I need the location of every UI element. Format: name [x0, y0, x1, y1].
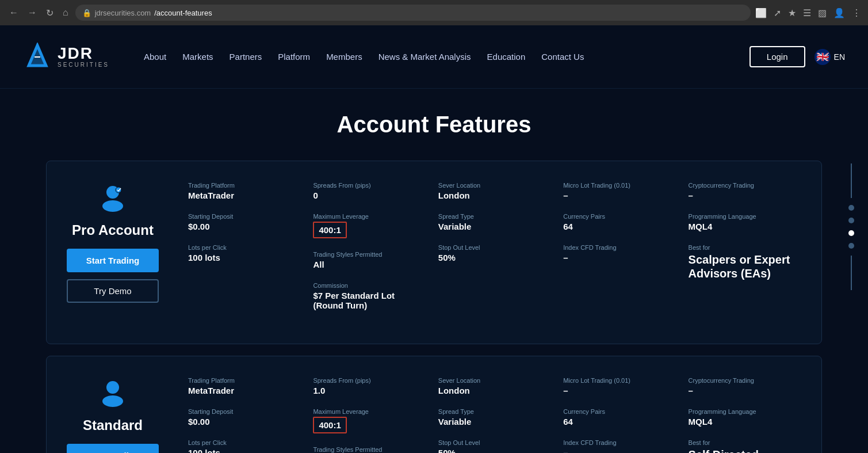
nav-news[interactable]: News & Market Analysis	[378, 52, 471, 62]
pro-best-for-value: Scalpers or Expert Advisors (EAs)	[689, 253, 795, 280]
pro-features-grid: Trading Platform MetaTrader Starting Dep…	[179, 182, 804, 323]
feature-item: Index CFD Trading –	[563, 244, 670, 262]
feature-item: Spreads From (pips) 1.0	[313, 377, 419, 395]
url-path: /account-features	[154, 9, 212, 17]
language-label: EN	[834, 52, 845, 62]
feature-item: Starting Deposit $0.00	[188, 408, 295, 427]
feature-item: Spread Type Variable	[438, 408, 545, 427]
nav-contact[interactable]: Contact Us	[541, 52, 584, 62]
feature-item: Currency Pairs 64	[563, 408, 670, 427]
feature-item: Lots per Click 100 lots	[188, 244, 295, 262]
login-button[interactable]: Login	[750, 46, 805, 67]
feature-item: Trading Styles Permitted All	[313, 446, 419, 453]
pro-feature-col-4: Micro Lot Trading (0.01) – Currency Pair…	[554, 182, 679, 323]
pro-feature-col-1: Trading Platform MetaTrader Starting Dep…	[179, 182, 304, 323]
extensions-icon[interactable]: ☰	[803, 7, 811, 18]
nav-members[interactable]: Members	[326, 52, 362, 62]
feature-item: Trading Platform MetaTrader	[188, 377, 295, 395]
split-view-icon[interactable]: ▨	[818, 7, 827, 18]
feature-item: Spread Type Variable	[438, 213, 545, 231]
standard-feature-col-2: Spreads From (pips) 1.0 Maximum Leverage…	[304, 377, 429, 453]
pro-feature-col-5: Cryptocurrency Trading – Programming Lan…	[679, 182, 804, 323]
logo-jdr: JDR	[58, 45, 109, 62]
svg-point-6	[106, 381, 119, 394]
bookmark-icon[interactable]: ★	[788, 7, 796, 18]
url-domain: jdrsecurities.com	[95, 9, 151, 17]
page-title: Account Features	[46, 112, 822, 138]
pro-max-leverage-item: Maximum Leverage 400:1	[313, 213, 419, 238]
feature-item: Programming Language MQL4	[689, 213, 795, 231]
standard-account-icon	[97, 377, 129, 412]
nav-education[interactable]: Education	[487, 52, 526, 62]
standard-max-leverage-value: 400:1	[313, 417, 346, 433]
standard-start-trading-button[interactable]: Start Trading	[67, 444, 159, 453]
standard-feature-col-3: Sever Location London Spread Type Variab…	[429, 377, 554, 453]
svg-point-7	[102, 395, 123, 407]
translate-icon[interactable]: ⬜	[755, 7, 767, 18]
standard-account-left: Standard Start Trading Try Demo	[64, 377, 179, 453]
feature-item: Currency Pairs 64	[563, 213, 670, 231]
pro-try-demo-button[interactable]: Try Demo	[67, 279, 159, 303]
feature-item: Micro Lot Trading (0.01) –	[563, 182, 670, 200]
standard-feature-col-1: Trading Platform MetaTrader Starting Dep…	[179, 377, 304, 453]
standard-best-for-item: Best for Self Directed Traders	[689, 439, 795, 453]
scroll-line-bottom	[851, 256, 852, 290]
feature-item: Commission $7 Per Standard Lot (Round Tu…	[313, 282, 419, 310]
svg-point-5	[116, 187, 121, 193]
pro-account-card: Pro Account Start Trading Try Demo Tradi…	[46, 161, 822, 344]
standard-max-leverage-item: Maximum Leverage 400:1	[313, 408, 419, 433]
nav-platform[interactable]: Platform	[278, 52, 310, 62]
standard-feature-col-4: Micro Lot Trading (0.01) – Currency Pair…	[554, 377, 679, 453]
standard-feature-col-5: Cryptocurrency Trading – Programming Lan…	[679, 377, 804, 453]
forward-button[interactable]: →	[25, 5, 39, 20]
nav-right: Login 🇬🇧 EN	[750, 46, 845, 67]
flag-icon: 🇬🇧	[815, 49, 831, 65]
nav-partners[interactable]: Partners	[230, 52, 262, 62]
nav-about[interactable]: About	[144, 52, 166, 62]
scroll-dots	[848, 163, 854, 290]
pro-feature-col-2: Spreads From (pips) 0 Maximum Leverage 4…	[304, 182, 429, 323]
logo-icon	[23, 43, 52, 71]
url-bar[interactable]: 🔒 jdrsecurities.com/account-features	[75, 5, 751, 21]
scroll-line-top	[851, 163, 852, 198]
scroll-dot-4[interactable]	[848, 243, 854, 249]
nav-markets[interactable]: Markets	[182, 52, 213, 62]
menu-icon[interactable]: ⋮	[852, 7, 861, 18]
reload-button[interactable]: ↻	[44, 5, 56, 21]
browser-actions: ⬜ ➚ ★ ☰ ▨ 👤 ⋮	[755, 7, 861, 18]
feature-item: Cryptocurrency Trading –	[689, 377, 795, 395]
pro-start-trading-button[interactable]: Start Trading	[67, 249, 159, 272]
feature-item: Sever Location London	[438, 377, 545, 395]
svg-point-4	[102, 200, 123, 212]
feature-item: Stop Out Level 50%	[438, 244, 545, 262]
scroll-dot-2[interactable]	[848, 218, 854, 223]
pro-max-leverage-value: 400:1	[313, 222, 346, 238]
scroll-dot-1[interactable]	[848, 205, 854, 211]
feature-item: Trading Platform MetaTrader	[188, 182, 295, 200]
profile-icon[interactable]: 👤	[833, 7, 845, 18]
pro-account-icon	[97, 182, 129, 216]
logo-text: JDR SECURITIES	[58, 45, 109, 68]
share-icon[interactable]: ➚	[774, 7, 781, 18]
standard-features-grid: Trading Platform MetaTrader Starting Dep…	[179, 377, 804, 453]
feature-item: Micro Lot Trading (0.01) –	[563, 377, 670, 395]
feature-item: Index CFD Trading –	[563, 439, 670, 453]
main-content: Account Features Pro Account Start Tradi…	[0, 89, 868, 453]
standard-account-card: Standard Start Trading Try Demo Trading …	[46, 356, 822, 453]
logo[interactable]: JDR SECURITIES	[23, 43, 109, 71]
nav-links: About Markets Partners Platform Members …	[144, 52, 750, 62]
pro-account-left: Pro Account Start Trading Try Demo	[64, 182, 179, 303]
pro-best-for-item: Best for Scalpers or Expert Advisors (EA…	[689, 244, 795, 280]
back-button[interactable]: ←	[7, 5, 21, 20]
home-button[interactable]: ⌂	[60, 5, 71, 20]
language-selector[interactable]: 🇬🇧 EN	[815, 49, 845, 65]
scroll-dot-3[interactable]	[848, 230, 854, 236]
feature-item: Sever Location London	[438, 182, 545, 200]
feature-item: Lots per Click 100 lots	[188, 439, 295, 453]
url-lock-icon: 🔒	[82, 9, 91, 17]
pro-feature-col-3: Sever Location London Spread Type Variab…	[429, 182, 554, 323]
feature-item: Programming Language MQL4	[689, 408, 795, 427]
navbar: JDR SECURITIES About Markets Partners Pl…	[0, 25, 868, 89]
feature-item: Starting Deposit $0.00	[188, 213, 295, 231]
standard-account-name: Standard	[83, 417, 143, 433]
